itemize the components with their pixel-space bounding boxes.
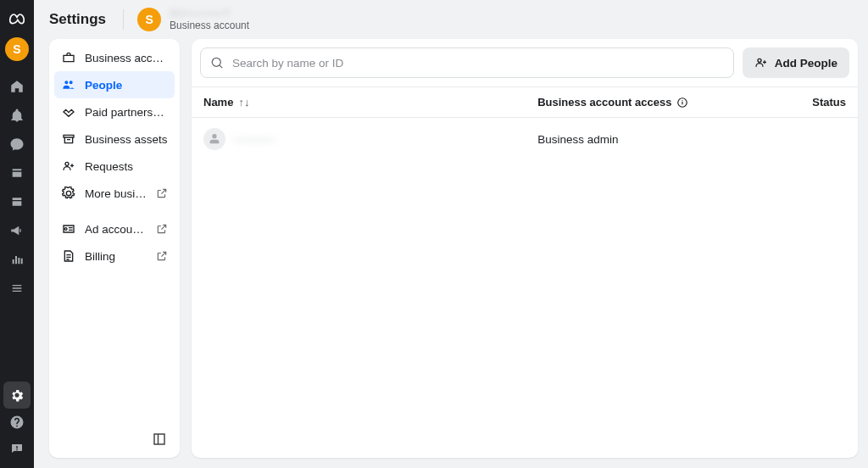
- briefcase-icon: [61, 51, 76, 64]
- archive-icon: [61, 132, 76, 146]
- sidebar-item-ad-account-settings[interactable]: Ad account s...: [54, 215, 175, 242]
- sidebar-item-label: Business accou...: [85, 52, 168, 64]
- user-plus-icon: [61, 159, 76, 173]
- info-icon[interactable]: [676, 97, 688, 109]
- rail-insights[interactable]: [3, 246, 31, 273]
- search-input[interactable]: [231, 56, 723, 70]
- rail-library[interactable]: [3, 159, 31, 187]
- sidebar-item-more-business[interactable]: More busines...: [54, 180, 175, 207]
- meta-logo: [8, 10, 26, 29]
- rail-planner[interactable]: [3, 188, 31, 215]
- sidebar-item-people[interactable]: People: [54, 71, 175, 98]
- account-avatar: S: [137, 8, 161, 31]
- toolbar: Add People: [192, 39, 858, 87]
- sidebar-item-label: Requests: [85, 160, 168, 173]
- account-name: SU••••••••••T: [170, 8, 249, 20]
- external-link-icon: [156, 223, 168, 235]
- column-name[interactable]: Name ↑↓: [203, 96, 537, 109]
- rail-ads[interactable]: [3, 217, 31, 244]
- user-access: Business admin: [537, 133, 836, 146]
- sidebar-item-label: People: [85, 79, 168, 92]
- sidebar-item-business-assets[interactable]: Business assets: [54, 125, 175, 153]
- content: Settings S SU••••••••••T Business accoun…: [34, 0, 868, 468]
- user-plus-icon: [754, 56, 768, 70]
- gear-icon: [61, 187, 76, 200]
- invoice-icon: [61, 249, 76, 263]
- rail-settings[interactable]: [3, 382, 31, 409]
- add-people-label: Add People: [775, 57, 837, 70]
- sidebar-item-requests[interactable]: Requests: [54, 153, 175, 180]
- settings-sidebar: Business accou... People Paid partnershi…: [49, 39, 180, 458]
- rail-report[interactable]: [3, 436, 31, 463]
- sidebar-item-billing[interactable]: Billing: [54, 242, 175, 270]
- handshake-icon: [61, 105, 76, 119]
- rail-menu[interactable]: [3, 275, 31, 302]
- id-card-icon: [61, 222, 76, 236]
- people-icon: [61, 78, 76, 92]
- collapse-sidebar-button[interactable]: [147, 427, 171, 451]
- sidebar-item-label: Ad account s...: [85, 223, 147, 236]
- sidebar-item-label: More busines...: [85, 187, 147, 200]
- add-people-button[interactable]: Add People: [743, 47, 849, 78]
- rail-avatar[interactable]: S: [5, 37, 29, 61]
- page-title: Settings: [49, 11, 106, 28]
- sidebar-item-label: Paid partnerships: [85, 106, 168, 119]
- table-header: Name ↑↓ Business account access Status: [192, 87, 858, 118]
- table-row[interactable]: •••••••••• Business admin: [192, 118, 858, 160]
- sort-icon: ↑↓: [238, 96, 249, 109]
- search-field[interactable]: [200, 47, 734, 78]
- user-avatar: [203, 128, 225, 150]
- rail-messages[interactable]: [3, 131, 31, 158]
- app-root: S Settings S SU••••••••••T Business acco…: [0, 0, 868, 468]
- main-panel: Add People Name ↑↓ Business account acce…: [192, 39, 858, 458]
- account-type: Business account: [170, 20, 249, 31]
- global-rail: S: [0, 0, 34, 468]
- body: Business accou... People Paid partnershi…: [34, 39, 868, 468]
- external-link-icon: [156, 250, 168, 262]
- rail-help[interactable]: [3, 409, 31, 436]
- column-access: Business account access: [537, 96, 802, 109]
- sidebar-item-paid-partnerships[interactable]: Paid partnerships: [54, 98, 175, 125]
- external-link-icon: [156, 187, 168, 199]
- search-icon: [211, 57, 224, 70]
- rail-notifications[interactable]: [3, 102, 31, 129]
- header: Settings S SU••••••••••T Business accoun…: [34, 0, 868, 39]
- rail-home[interactable]: [3, 73, 31, 100]
- sidebar-item-label: Billing: [85, 250, 147, 263]
- sidebar-item-label: Business assets: [85, 133, 168, 146]
- header-divider: [123, 9, 124, 30]
- column-status: Status: [802, 96, 846, 109]
- user-name: ••••••••••: [234, 133, 274, 146]
- sidebar-item-business-account[interactable]: Business accou...: [54, 44, 175, 71]
- account-switcher[interactable]: S SU••••••••••T Business account: [137, 8, 249, 31]
